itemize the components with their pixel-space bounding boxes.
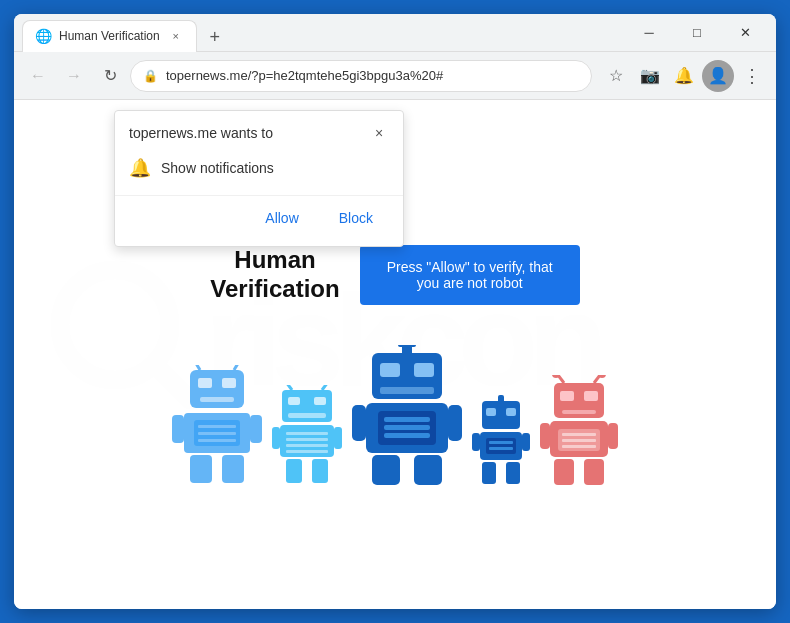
robot-5 [540, 375, 618, 485]
svg-rect-45 [384, 417, 430, 422]
tab-title: Human Verification [59, 29, 160, 43]
svg-rect-76 [562, 445, 596, 448]
svg-rect-55 [506, 408, 516, 416]
maximize-button[interactable]: □ [674, 14, 720, 52]
refresh-button[interactable]: ↻ [94, 60, 126, 92]
page-title: HumanVerification [210, 246, 339, 304]
svg-rect-8 [198, 378, 212, 388]
svg-rect-25 [288, 397, 300, 405]
verification-section: HumanVerification Press "Allow" to verif… [210, 245, 579, 305]
page-content: HumanVerification Press "Allow" to verif… [14, 225, 776, 485]
svg-rect-3 [190, 370, 244, 408]
browser-window: 🌐 Human Verification × + ─ □ ✕ ← → ↻ 🔒 t… [14, 14, 776, 609]
svg-rect-62 [482, 462, 496, 484]
popup-notification-row: 🔔 Show notifications [115, 151, 403, 195]
svg-rect-14 [198, 432, 236, 435]
page-allow-button[interactable]: Press "Allow" to verify, that you are no… [360, 245, 580, 305]
active-tab[interactable]: 🌐 Human Verification × [22, 20, 197, 52]
svg-rect-74 [562, 433, 596, 436]
forward-button[interactable]: → [58, 60, 90, 92]
svg-rect-31 [286, 444, 328, 447]
minimize-button[interactable]: ─ [626, 14, 672, 52]
svg-rect-40 [380, 363, 400, 377]
robot-1 [172, 365, 262, 485]
menu-button[interactable]: ⋮ [736, 60, 768, 92]
svg-rect-71 [562, 410, 596, 414]
robots-row [172, 345, 618, 485]
svg-rect-17 [250, 415, 262, 443]
svg-rect-60 [472, 433, 480, 451]
svg-rect-10 [200, 397, 234, 402]
svg-rect-41 [414, 363, 434, 377]
svg-rect-59 [489, 447, 513, 450]
allow-button[interactable]: Allow [249, 204, 314, 232]
media-button[interactable]: 📷 [634, 60, 666, 92]
svg-rect-34 [334, 427, 342, 449]
popup-actions: Allow Block [115, 195, 403, 246]
svg-rect-47 [384, 433, 430, 438]
content-area: riskcon topernews.me wants to × 🔔 Show n… [14, 100, 776, 609]
notifications-button[interactable]: 🔔 [668, 60, 700, 92]
robot-3 [352, 345, 462, 485]
svg-rect-30 [286, 438, 328, 441]
svg-rect-19 [222, 455, 244, 483]
svg-rect-9 [222, 378, 236, 388]
svg-line-23 [322, 385, 328, 390]
svg-rect-69 [560, 391, 574, 401]
svg-rect-26 [314, 397, 326, 405]
svg-rect-39 [398, 345, 416, 347]
svg-rect-57 [486, 438, 516, 454]
back-button[interactable]: ← [22, 60, 54, 92]
window-controls: ─ □ ✕ [626, 14, 768, 52]
url-box[interactable]: 🔒 topernews.me/?p=he2tqmtehe5gi3bpgu3a%2… [130, 60, 592, 92]
popup-header: topernews.me wants to × [115, 111, 403, 151]
new-tab-button[interactable]: + [201, 24, 229, 52]
popup-close-button[interactable]: × [369, 123, 389, 143]
svg-rect-48 [352, 405, 366, 441]
svg-rect-54 [486, 408, 496, 416]
svg-rect-75 [562, 439, 596, 442]
svg-rect-15 [198, 439, 236, 442]
robot-4 [472, 395, 530, 485]
svg-rect-50 [372, 455, 400, 485]
svg-rect-78 [608, 423, 618, 449]
svg-line-6 [234, 365, 240, 370]
svg-line-21 [286, 385, 292, 390]
svg-rect-13 [198, 425, 236, 428]
svg-rect-33 [272, 427, 280, 449]
close-button[interactable]: ✕ [722, 14, 768, 52]
address-bar: ← → ↻ 🔒 topernews.me/?p=he2tqmtehe5gi3bp… [14, 52, 776, 100]
svg-rect-35 [286, 459, 302, 483]
block-button[interactable]: Block [323, 204, 389, 232]
svg-rect-46 [384, 425, 430, 430]
svg-rect-49 [448, 405, 462, 441]
svg-rect-16 [172, 415, 184, 443]
svg-rect-77 [540, 423, 550, 449]
profile-button[interactable]: 👤 [702, 60, 734, 92]
robot-2 [272, 385, 342, 485]
svg-rect-42 [380, 387, 434, 394]
svg-rect-51 [414, 455, 442, 485]
svg-rect-58 [489, 441, 513, 444]
svg-rect-80 [584, 459, 604, 485]
address-actions: ☆ 📷 🔔 👤 ⋮ [600, 60, 768, 92]
svg-rect-18 [190, 455, 212, 483]
svg-rect-61 [522, 433, 530, 451]
svg-rect-63 [506, 462, 520, 484]
tab-strip: 🌐 Human Verification × + [22, 14, 618, 52]
svg-rect-36 [312, 459, 328, 483]
tab-favicon: 🌐 [35, 28, 51, 44]
bookmark-button[interactable]: ☆ [600, 60, 632, 92]
popup-header-text: topernews.me wants to [129, 125, 273, 141]
svg-rect-32 [286, 450, 328, 453]
svg-rect-27 [288, 413, 326, 418]
lock-icon: 🔒 [143, 69, 158, 83]
svg-rect-53 [498, 395, 504, 403]
popup-notification-text: Show notifications [161, 160, 274, 176]
svg-rect-70 [584, 391, 598, 401]
svg-rect-29 [286, 432, 328, 435]
title-bar: 🌐 Human Verification × + ─ □ ✕ [14, 14, 776, 52]
tab-close-button[interactable]: × [168, 28, 184, 44]
notification-popup: topernews.me wants to × 🔔 Show notificat… [114, 110, 404, 247]
bell-icon: 🔔 [129, 157, 151, 179]
